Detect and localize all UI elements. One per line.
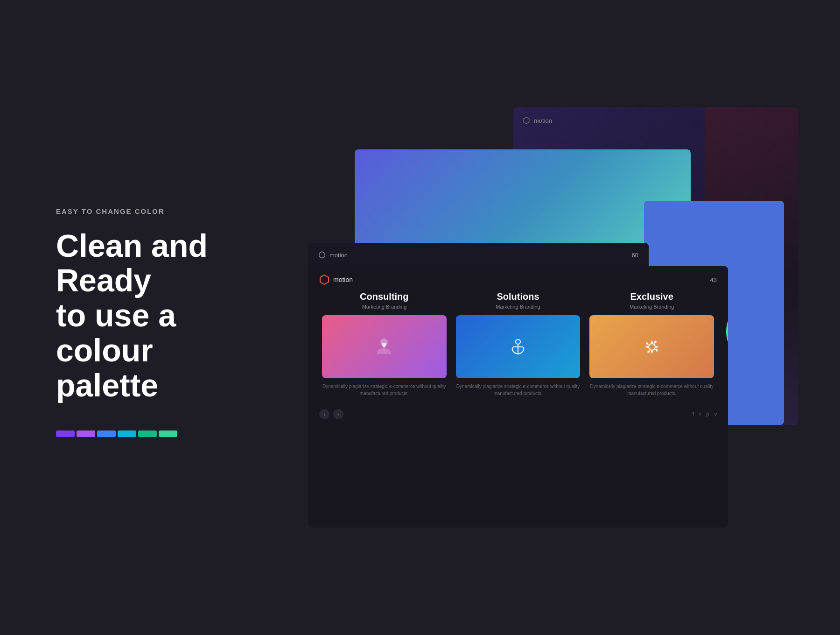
service-desc-solutions: Dynamically plagiarize strategic e-comme… [456, 383, 581, 397]
chart-card-number: 60 [632, 252, 638, 259]
service-subtitle-solutions: Marketing Branding [456, 304, 581, 310]
palette-swatch-cyan [118, 430, 136, 437]
palette-swatch-blue [97, 430, 116, 437]
service-title-consulting: Consulting [322, 291, 447, 302]
social-facebook[interactable]: f [693, 412, 694, 417]
svg-point-7 [649, 344, 655, 350]
service-image-consulting [322, 315, 447, 378]
social-twitter[interactable]: t [700, 412, 701, 417]
svg-marker-0 [524, 117, 529, 124]
social-vimeo[interactable]: v [714, 412, 717, 417]
service-title-exclusive: Exclusive [589, 291, 714, 302]
service-image-solutions [456, 315, 581, 378]
headline: Clean and Ready to use a colour palette [56, 228, 280, 403]
svg-marker-2 [320, 275, 329, 284]
left-column: EASY TO CHANGE COLOR Clean and Ready to … [56, 198, 280, 437]
service-subtitle-exclusive: Marketing Branding [589, 304, 714, 310]
card-main-services: motion 43 Consulting Marketing Branding [308, 266, 728, 528]
eyebrow-text: EASY TO CHANGE COLOR [56, 207, 280, 215]
service-col-consulting: Consulting Marketing Branding Dynamicall… [317, 291, 451, 397]
services-header: motion 43 [308, 266, 728, 291]
palette-swatch-light-green [159, 430, 177, 437]
service-title-solutions: Solutions [456, 291, 581, 302]
service-desc-consulting: Dynamically plagiarize strategic e-comme… [322, 383, 447, 397]
card-purple-logo: motion [523, 117, 552, 124]
services-logo: motion [319, 275, 353, 285]
nav-arrows[interactable]: ‹ › [319, 409, 343, 419]
svg-point-4 [516, 339, 520, 344]
footer-social: f t p v [693, 412, 717, 417]
color-palette [56, 430, 177, 437]
right-column: motion 30 motion [308, 107, 784, 528]
service-col-solutions: Solutions Marketing Branding Dynamically… [451, 291, 585, 397]
services-number: 43 [710, 276, 717, 283]
service-image-exclusive [589, 315, 714, 378]
palette-swatch-green [138, 430, 157, 437]
circular-chart: % t from. [719, 294, 728, 371]
chart-card-logo: motion [318, 251, 348, 259]
svg-marker-1 [319, 252, 325, 258]
service-desc-exclusive: Dynamically plagiarize strategic e-comme… [589, 383, 714, 397]
page-container: EASY TO CHANGE COLOR Clean and Ready to … [0, 0, 840, 635]
service-subtitle-consulting: Marketing Branding [322, 304, 447, 310]
service-col-exclusive: Exclusive Marketing Branding [585, 291, 719, 397]
prev-arrow[interactable]: ‹ [319, 409, 329, 419]
chart-card-header: motion 60 [308, 243, 649, 267]
next-arrow[interactable]: › [333, 409, 343, 419]
services-footer: ‹ › f t p v [308, 402, 728, 427]
social-pinterest[interactable]: p [706, 412, 709, 417]
palette-swatch-light-purple [77, 430, 95, 437]
palette-swatch-purple [56, 430, 75, 437]
services-columns: Consulting Marketing Branding Dynamicall… [308, 291, 728, 402]
